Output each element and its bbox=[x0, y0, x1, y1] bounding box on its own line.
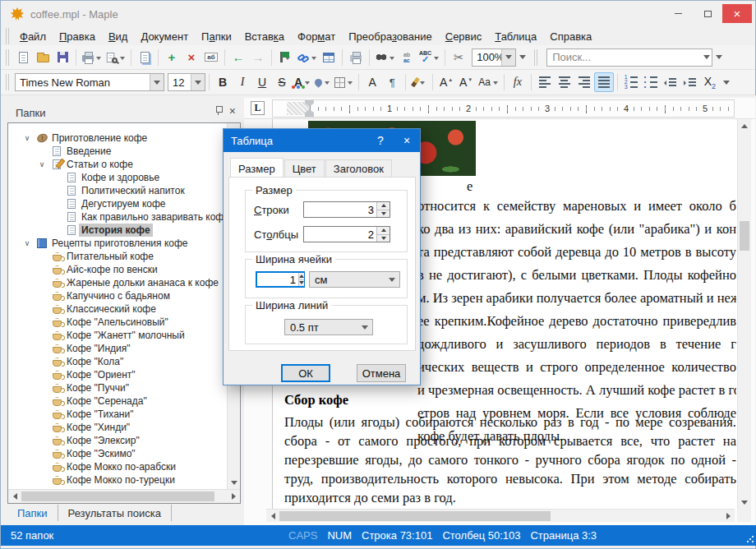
cell-unit-select[interactable]: см bbox=[309, 271, 400, 288]
cancel-button[interactable]: Отмена bbox=[357, 364, 406, 382]
italic-button[interactable]: I bbox=[233, 72, 252, 92]
scroll-left-icon[interactable] bbox=[266, 510, 279, 523]
tree-item[interactable]: Айс-кофе по венски bbox=[8, 263, 227, 276]
tab-stop-selector[interactable]: L bbox=[251, 101, 265, 115]
hyperlink-button[interactable] bbox=[295, 48, 319, 67]
print-button[interactable] bbox=[80, 48, 104, 67]
tree-horizontal-scrollbar[interactable] bbox=[8, 489, 240, 503]
menu-item[interactable]: Правка bbox=[53, 29, 102, 44]
scrollbar-thumb[interactable] bbox=[740, 221, 749, 251]
font-dialog-button[interactable]: A bbox=[362, 72, 382, 92]
tree-item[interactable]: Дегустируем кофе bbox=[8, 197, 227, 210]
export-document-button[interactable] bbox=[135, 48, 154, 67]
underline-button[interactable]: U bbox=[252, 72, 272, 92]
dialog-help-button[interactable]: ? bbox=[367, 129, 394, 152]
print-preview-button[interactable] bbox=[104, 48, 127, 67]
close-button[interactable]: × bbox=[722, 4, 752, 23]
horizontal-ruler[interactable]: 12345 bbox=[272, 99, 735, 118]
find-button[interactable] bbox=[373, 48, 397, 67]
cell-width-input[interactable] bbox=[257, 273, 298, 286]
rows-input[interactable] bbox=[304, 202, 376, 217]
menu-item[interactable]: Файл bbox=[13, 29, 53, 44]
menu-item[interactable]: Вид bbox=[102, 29, 135, 44]
expander-icon[interactable]: ∨ bbox=[20, 239, 35, 247]
align-right-button[interactable] bbox=[574, 72, 594, 92]
tree-item[interactable]: Кофе "Элексир" bbox=[8, 434, 227, 447]
tree-item[interactable]: Питательный кофе bbox=[8, 250, 227, 263]
outdent-button[interactable] bbox=[661, 72, 680, 92]
dialog-tab[interactable]: Размер bbox=[230, 158, 284, 178]
expander-icon[interactable]: ∨ bbox=[35, 160, 49, 168]
menu-item[interactable]: Таблица bbox=[488, 29, 543, 44]
tree-item[interactable]: Кофе "Хинди" bbox=[8, 421, 227, 434]
forward-button[interactable]: → bbox=[248, 48, 268, 67]
tree-item[interactable]: Кофе "Серенада" bbox=[8, 394, 227, 408]
insert-table-button[interactable] bbox=[319, 48, 339, 67]
font-color-button[interactable]: A bbox=[292, 72, 312, 92]
subscript-button[interactable]: X2 bbox=[700, 72, 720, 92]
tree-item[interactable]: ∨Приготовление кофе bbox=[8, 131, 227, 145]
print-current-button[interactable] bbox=[346, 48, 366, 67]
tree-item[interactable]: Кофе и здоровье bbox=[8, 171, 227, 184]
menu-item[interactable]: Справка bbox=[543, 29, 598, 44]
formula-button[interactable]: fx bbox=[508, 72, 528, 92]
scroll-up-icon[interactable] bbox=[738, 119, 751, 132]
menu-item[interactable]: Сервис bbox=[439, 29, 489, 44]
maximize-button[interactable] bbox=[693, 4, 722, 23]
font-family-select[interactable]: Times New Roman bbox=[15, 73, 164, 91]
tree-item[interactable]: Жареные дольки ананаса к кофе bbox=[8, 276, 227, 289]
toolbar-overflow-button[interactable] bbox=[712, 48, 726, 67]
ok-button[interactable]: ОК bbox=[281, 364, 330, 382]
tree-item[interactable]: ∨Рецепты приготовления кофе bbox=[8, 237, 227, 250]
tree-item[interactable]: Классический кофе bbox=[8, 302, 227, 316]
line-width-select[interactable]: 0.5 пт bbox=[284, 319, 373, 335]
scrollbar-thumb[interactable] bbox=[279, 511, 551, 521]
toolbar-overflow-button[interactable] bbox=[720, 73, 733, 91]
scroll-right-icon[interactable] bbox=[721, 510, 735, 523]
resize-grip[interactable] bbox=[746, 535, 754, 543]
columns-up-button[interactable] bbox=[377, 227, 390, 235]
tree-item[interactable]: ∨Статьи о кофе bbox=[8, 158, 227, 171]
new-document-button[interactable] bbox=[13, 48, 33, 67]
rename-folder-button[interactable]: аб bbox=[201, 48, 221, 67]
tree-item[interactable]: Кофе "Жанетт" молочный bbox=[8, 329, 227, 342]
panel-tab[interactable]: Результаты поиска bbox=[58, 505, 172, 521]
replace-button[interactable]: abac bbox=[397, 48, 417, 67]
format-painter-button[interactable] bbox=[409, 72, 429, 92]
bullet-list-button[interactable]: ••• bbox=[641, 72, 661, 92]
bold-button[interactable]: B bbox=[213, 72, 233, 92]
cell-width-spinner[interactable] bbox=[256, 271, 305, 288]
tree-item[interactable]: Кофе "Тихани" bbox=[8, 408, 227, 421]
columns-down-button[interactable] bbox=[377, 235, 390, 242]
menu-item[interactable]: Документ bbox=[134, 29, 195, 44]
menu-item[interactable]: Формат bbox=[291, 29, 342, 44]
change-case-button[interactable]: Aa bbox=[476, 72, 500, 92]
grow-font-button[interactable]: A▲ bbox=[436, 72, 456, 92]
tree-item[interactable]: Кофе "Ориент" bbox=[8, 368, 227, 381]
rows-spinner[interactable] bbox=[303, 201, 390, 218]
rows-up-button[interactable] bbox=[377, 202, 390, 210]
search-input[interactable] bbox=[547, 51, 702, 63]
tree-item[interactable]: Политический напиток bbox=[8, 184, 227, 197]
menu-item[interactable]: Вставка bbox=[238, 29, 291, 44]
tree-item[interactable]: Кофе Мокко по-турецки bbox=[8, 473, 227, 487]
strikethrough-button[interactable]: S bbox=[272, 72, 292, 92]
align-justify-button[interactable] bbox=[594, 72, 614, 92]
columns-input[interactable] bbox=[304, 227, 376, 242]
tree-item[interactable]: Капуччино с бадьяном bbox=[8, 289, 227, 302]
borders-button[interactable] bbox=[332, 72, 355, 92]
tree-item[interactable]: Кофе "Апельсиновый" bbox=[8, 316, 227, 329]
shrink-font-button[interactable]: A▼ bbox=[456, 72, 476, 92]
minimize-button[interactable] bbox=[663, 4, 693, 23]
save-button[interactable] bbox=[53, 48, 72, 67]
menu-item[interactable]: Папки bbox=[195, 29, 238, 44]
menu-item[interactable]: Преобразование bbox=[342, 29, 439, 44]
highlight-button[interactable] bbox=[312, 72, 332, 92]
search-dropdown-icon[interactable] bbox=[702, 48, 712, 67]
document-horizontal-scrollbar[interactable] bbox=[266, 509, 735, 522]
scroll-down-icon[interactable] bbox=[738, 496, 751, 509]
dialog-close-button[interactable]: × bbox=[394, 129, 420, 152]
cell-width-up-button[interactable] bbox=[299, 273, 304, 280]
panel-close-icon[interactable]: × bbox=[229, 106, 236, 116]
tree-item[interactable]: Введение bbox=[8, 145, 227, 158]
